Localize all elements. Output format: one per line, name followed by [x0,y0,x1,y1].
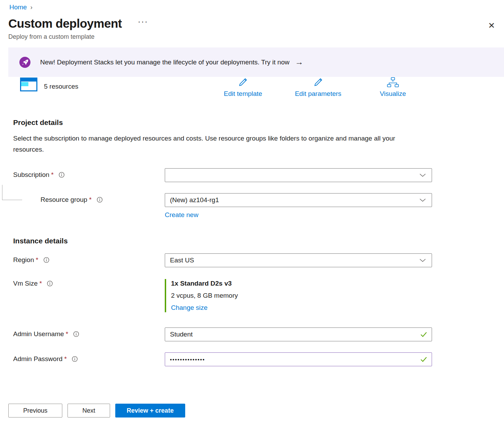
vm-size-label: Vm Size [13,280,38,287]
checkmark-icon [420,331,428,339]
breadcrumb-chevron-icon: › [30,4,33,11]
create-new-link[interactable]: Create new [165,211,198,219]
required-mark: * [89,196,91,204]
arrow-right-icon[interactable]: → [295,57,303,67]
resource-count-label: 5 resources [44,83,78,90]
edit-parameters-label: Edit parameters [295,90,341,98]
region-label-cell: Region * [13,253,165,264]
admin-password-label-cell: Admin Password * [13,352,165,363]
info-icon[interactable] [47,280,53,287]
close-icon[interactable]: ✕ [488,21,495,30]
hierarchy-connector-line [2,185,22,200]
project-details-description: Select the subscription to manage deploy… [0,133,412,155]
review-create-button[interactable]: Review + create [115,404,185,417]
vm-size-label-cell: Vm Size * [13,279,165,287]
admin-password-label: Admin Password [13,355,63,363]
visualize-label: Visualize [380,90,406,98]
region-row: Region * East US [0,253,504,267]
pencil-icon [312,77,324,89]
info-icon[interactable] [58,172,65,178]
resource-group-value: (New) az104-rg1 [170,196,219,204]
vm-size-title: 1x Standard D2s v3 [171,280,432,287]
pencil-icon [237,77,249,89]
region-value: East US [170,257,194,264]
previous-button[interactable]: Previous [8,404,62,417]
rocket-icon [19,57,30,68]
required-mark: * [39,280,42,287]
required-mark: * [66,330,68,338]
resource-group-label: Resource group [40,196,87,204]
required-mark: * [64,355,67,363]
page-title: Custom deployment [8,17,122,30]
page-subtitle: Deploy from a custom template [0,33,504,41]
change-size-link[interactable]: Change size [171,304,208,312]
subscription-label-cell: Subscription * [13,168,165,179]
region-dropdown[interactable]: East US [165,253,432,267]
info-icon[interactable] [73,331,79,337]
breadcrumb-home-link[interactable]: Home [9,3,27,11]
admin-username-row: Admin Username * [0,327,504,341]
chevron-down-icon [418,197,427,203]
template-icon [20,78,37,93]
admin-username-label-cell: Admin Username * [13,327,165,338]
vm-size-detail: 2 vcpus, 8 GB memory [171,292,432,299]
subscription-label: Subscription [13,171,50,179]
edit-parameters-link[interactable]: Edit parameters [295,77,341,98]
chevron-down-icon [418,258,427,263]
template-bar: 5 resources Edit template Edit parameter… [8,77,496,102]
resource-group-row: Resource group * (New) az104-rg1 Create … [0,193,504,219]
info-icon[interactable] [97,197,103,203]
info-icon[interactable] [43,257,50,263]
announcement-banner[interactable]: New! Deployment Stacks let you manage th… [8,47,504,77]
chevron-down-icon [418,172,427,178]
project-details-heading: Project details [0,118,504,127]
checkmark-icon [420,356,428,364]
banner-text: New! Deployment Stacks let you manage th… [40,59,289,66]
edit-template-label: Edit template [224,90,262,98]
page-header: Custom deployment ··· [0,17,504,30]
edit-template-link[interactable]: Edit template [224,77,262,98]
region-label: Region [13,256,34,264]
subscription-dropdown[interactable] [165,168,432,182]
required-mark: * [36,256,38,264]
vm-size-selection: 1x Standard D2s v3 2 vcpus, 8 GB memory … [165,279,432,312]
admin-password-row: Admin Password * [0,352,504,366]
subscription-row: Subscription * [0,168,504,182]
resource-group-dropdown[interactable]: (New) az104-rg1 [165,193,432,207]
admin-username-label: Admin Username [13,330,64,338]
visualize-link[interactable]: Visualize [380,77,406,98]
required-mark: * [51,171,54,179]
instance-details-heading: Instance details [0,237,504,245]
more-options-button[interactable]: ··· [138,17,148,26]
vm-size-row: Vm Size * 1x Standard D2s v3 2 vcpus, 8 … [0,279,504,312]
sitemap-icon [386,77,399,89]
info-icon[interactable] [72,356,78,362]
footer-actions: Previous Next Review + create [8,404,185,417]
admin-username-input[interactable] [165,327,432,341]
custom-deployment-page: Home › Custom deployment ··· ✕ Deploy fr… [0,0,504,422]
resource-group-label-cell: Resource group * [13,193,165,204]
next-button[interactable]: Next [68,404,110,417]
admin-password-input[interactable] [165,352,432,366]
breadcrumb: Home › [0,0,504,11]
